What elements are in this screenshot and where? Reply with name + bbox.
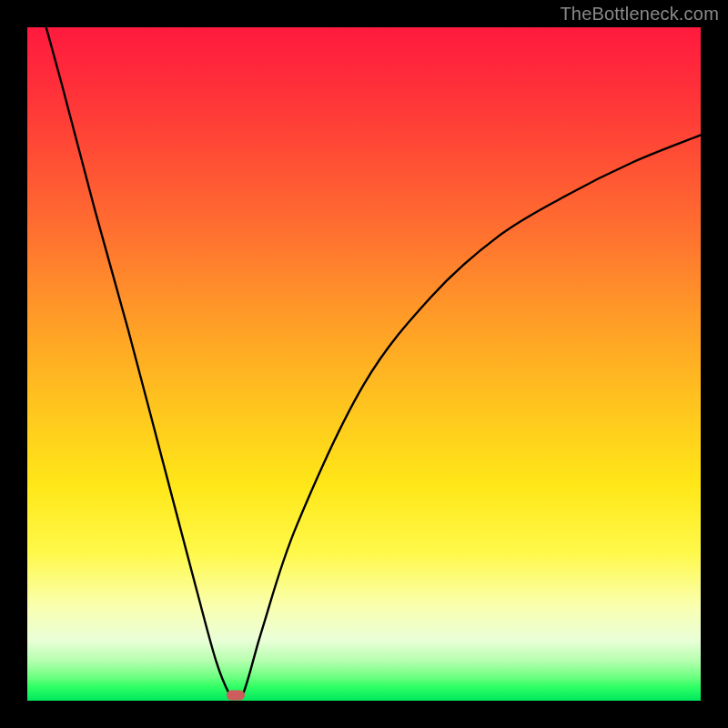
bottleneck-curve: [27, 27, 701, 701]
minimum-marker: [227, 691, 245, 701]
watermark-text: TheBottleneck.com: [560, 4, 719, 25]
plot-area: [27, 27, 701, 701]
chart-frame: TheBottleneck.com: [0, 0, 728, 728]
